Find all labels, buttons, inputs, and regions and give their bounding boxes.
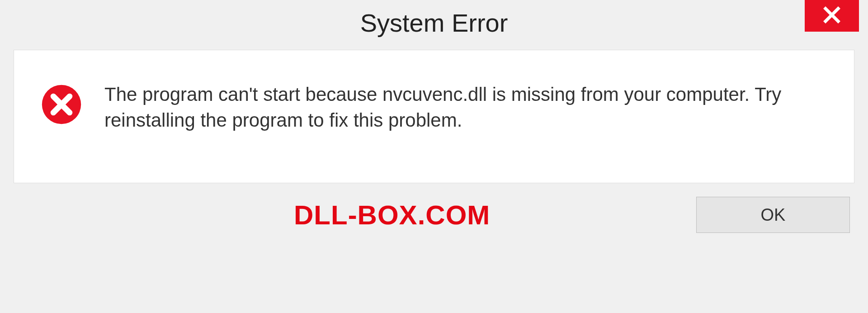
ok-button-label: OK xyxy=(761,205,786,225)
dialog-content: The program can't start because nvcuvenc… xyxy=(14,50,854,183)
error-message: The program can't start because nvcuvenc… xyxy=(104,82,827,133)
close-button[interactable] xyxy=(805,0,859,32)
dialog-title: System Error xyxy=(360,8,508,38)
watermark-text: DLL-BOX.COM xyxy=(294,199,490,231)
close-icon xyxy=(822,5,841,26)
dialog-footer: DLL-BOX.COM OK xyxy=(14,197,854,233)
titlebar: System Error xyxy=(0,0,868,50)
ok-button[interactable]: OK xyxy=(696,197,850,233)
error-icon xyxy=(41,84,82,125)
